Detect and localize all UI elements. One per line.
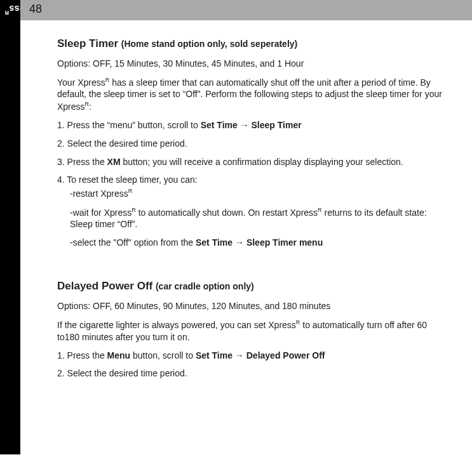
step4-opt1-a: -restart Xpress [70,188,128,199]
step4-opt2: -wait for XpressR to automatically shut … [57,206,445,230]
heading2-main: Delayed Power Off [57,280,156,292]
intro-a: Your Xpress [57,77,105,87]
step-3: 3. Press the XM button; you will receive… [57,156,445,168]
step4-opt1: -restart XpressR [57,187,445,200]
step4-opt3-a: -select the "Off" option from the [70,237,196,248]
step-2: 2. Select the desired time period. [57,138,445,150]
page-content: Sleep Timer (Home stand option only, sol… [57,37,445,380]
step-1: 1. Press the “menu” button, scroll to Se… [57,119,445,131]
step4-opt2-b: to automatically shut down. On restart X… [136,208,318,218]
step1-a: 1. Press the “menu” button, scroll to [57,120,201,130]
heading-sleep-timer: Sleep Timer (Home stand option only, sol… [57,37,445,51]
s2-step-1: 1. Press the Menu button, scroll to Set … [57,350,445,362]
heading-main: Sleep Timer [57,37,121,50]
step4-opt3-b: Set Time → Sleep Timer menu [196,237,323,248]
intro-b: has a sleep timer that can automatically… [57,77,442,111]
step4-opt1-sup: R [128,188,133,194]
heading2-sub: (car cradle option only) [156,281,254,291]
top-bar: 48 [20,0,472,20]
intro-paragraph: Your XpressR has a sleep timer that can … [57,76,445,113]
step4-a: 4. To reset the sleep timer, you can: [57,175,198,185]
step3-a: 3. Press the [57,157,107,167]
heading-sub: (Home stand option only, sold seperately… [121,39,297,49]
page-number: 48 [29,3,42,16]
step4-opt3: -select the "Off" option from the Set Ti… [57,237,445,249]
intro2-a: If the cigarette lighter is always power… [57,320,296,330]
s2-step1-c: button, scroll to [130,350,196,360]
step3-c: button; you will receive a confirmation … [121,157,403,167]
s2-step-2: 2. Select the desired time period. [57,367,445,380]
sidebar-text-sup: R [4,10,9,16]
step1-b: Set Time → Sleep Timer [201,120,302,130]
s2-step1-b: Menu [107,350,131,360]
options-line-2: Options: OFF, 60 Minutes, 90 Minutes, 12… [57,300,445,312]
s2-step1-d: Set Time → Delayed Power Off [196,350,325,360]
section-delayed-power-off: Delayed Power Off (car cradle option onl… [57,279,445,380]
step-4: 4. To reset the sleep timer, you can: -r… [57,174,445,249]
intro-c: : [89,102,91,112]
step3-b: XM [107,157,121,167]
options-line: Options: OFF, 15 Minutes, 30 Minutes, 45… [57,58,445,70]
sidebar: using your XpressR [0,0,20,454]
intro-2: If the cigarette lighter is always power… [57,319,445,343]
step4-opt2-a: -wait for Xpress [70,208,131,218]
heading-delayed-power-off: Delayed Power Off (car cradle option onl… [57,279,445,294]
s2-step1-a: 1. Press the [57,350,107,360]
